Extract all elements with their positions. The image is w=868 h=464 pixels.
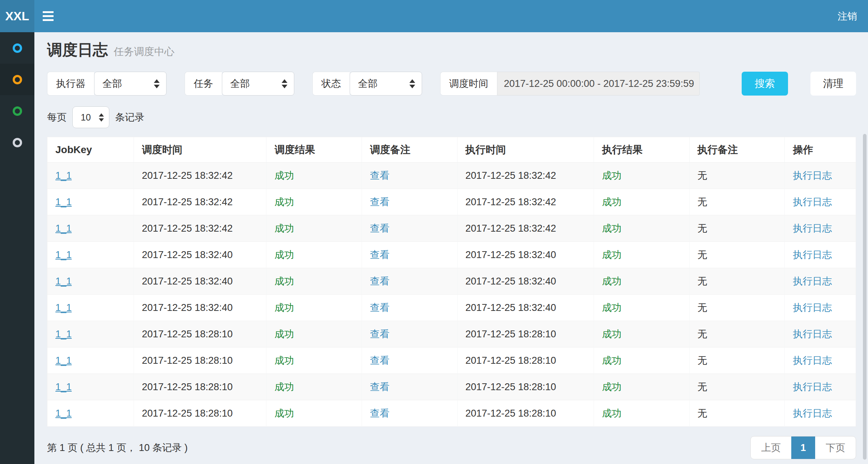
executor-filter-select[interactable]: 全部 [94, 72, 167, 96]
cell-handle-time: 2017-12-25 18:28:10 [457, 400, 594, 427]
cell-handle-msg: 无 [689, 215, 785, 242]
dispatch-log-table: JobKey 调度时间 调度结果 调度备注 执行时间 执行结果 执行备注 操作 … [47, 137, 856, 427]
sidebar-item-menu-1[interactable] [0, 32, 34, 64]
cell-action: 执行日志 [785, 347, 856, 374]
view-trigger-msg-link[interactable]: 查看 [370, 170, 389, 181]
view-trigger-msg-link[interactable]: 查看 [370, 276, 389, 287]
jobkey-link[interactable]: 1_1 [55, 408, 72, 419]
cell-trigger-time: 2017-12-25 18:28:10 [134, 400, 266, 427]
trigger-result-text: 成功 [274, 170, 294, 181]
cell-action: 执行日志 [785, 374, 856, 400]
trigger-result-text: 成功 [274, 197, 294, 207]
jobkey-link[interactable]: 1_1 [55, 276, 72, 287]
jobkey-link[interactable]: 1_1 [55, 170, 72, 181]
handle-result-text: 成功 [602, 381, 621, 392]
pagination-control: 上页 1 下页 [750, 436, 856, 459]
logout-link[interactable]: 注销 [827, 0, 868, 32]
execution-log-link[interactable]: 执行日志 [793, 197, 832, 207]
search-button[interactable]: 搜索 [742, 72, 788, 96]
cell-jobkey: 1_1 [47, 215, 134, 242]
trigger-time-filter-label: 调度时间 [440, 72, 497, 96]
table-row: 1_1 2017-12-25 18:32:42 成功 查看 2017-12-25… [47, 163, 856, 189]
executor-filter-label: 执行器 [47, 72, 94, 96]
cell-trigger-msg: 查看 [362, 215, 458, 242]
cell-trigger-msg: 查看 [362, 295, 458, 321]
view-trigger-msg-link[interactable]: 查看 [370, 329, 389, 339]
page-size-suffix-label: 条记录 [115, 111, 144, 124]
page-size-select[interactable]: 10 [72, 106, 109, 128]
jobkey-link[interactable]: 1_1 [55, 381, 72, 392]
execution-log-link[interactable]: 执行日志 [793, 355, 832, 366]
view-trigger-msg-link[interactable]: 查看 [370, 249, 389, 260]
handle-result-text: 成功 [602, 302, 621, 313]
jobkey-link[interactable]: 1_1 [55, 302, 72, 313]
handle-result-text: 成功 [602, 276, 621, 287]
trigger-time-filter-group: 调度时间 2017-12-25 00:00:00 - 2017-12-25 23… [440, 72, 700, 96]
table-row: 1_1 2017-12-25 18:28:10 成功 查看 2017-12-25… [47, 347, 856, 374]
job-filter-select[interactable]: 全部 [222, 72, 294, 96]
cell-handle-result: 成功 [594, 189, 690, 215]
jobkey-link[interactable]: 1_1 [55, 249, 72, 260]
sidebar-item-menu-2[interactable] [0, 64, 34, 95]
cell-handle-time: 2017-12-25 18:32:42 [457, 163, 594, 189]
execution-log-link[interactable]: 执行日志 [793, 408, 832, 419]
col-jobkey: JobKey [47, 137, 134, 163]
jobkey-link[interactable]: 1_1 [55, 355, 72, 366]
cell-jobkey: 1_1 [47, 374, 134, 400]
top-navbar: XXL 注销 [0, 0, 868, 32]
cell-action: 执行日志 [785, 400, 856, 427]
cell-action: 执行日志 [785, 189, 856, 215]
execution-log-link[interactable]: 执行日志 [793, 302, 832, 313]
status-filter-label: 状态 [312, 72, 350, 96]
cell-handle-time: 2017-12-25 18:32:40 [457, 268, 594, 295]
page-size-row: 每页 10 条记录 [47, 106, 856, 128]
sidebar-item-menu-3[interactable] [0, 95, 34, 127]
circle-o-icon [13, 106, 22, 116]
execution-log-link[interactable]: 执行日志 [793, 329, 832, 339]
job-filter-group: 任务 全部 [185, 72, 294, 96]
cell-handle-msg: 无 [689, 374, 785, 400]
cell-handle-result: 成功 [594, 163, 690, 189]
job-filter-label: 任务 [185, 72, 222, 96]
sidebar-nav [0, 32, 34, 464]
cell-handle-time: 2017-12-25 18:32:40 [457, 242, 594, 268]
prev-page-button[interactable]: 上页 [751, 436, 791, 459]
status-filter-select[interactable]: 全部 [350, 72, 422, 96]
cell-trigger-result: 成功 [266, 189, 362, 215]
table-header-row: JobKey 调度时间 调度结果 调度备注 执行时间 执行结果 执行备注 操作 [47, 137, 856, 163]
cell-jobkey: 1_1 [47, 400, 134, 427]
cell-jobkey: 1_1 [47, 295, 134, 321]
execution-log-link[interactable]: 执行日志 [793, 381, 832, 392]
trigger-time-range-input[interactable]: 2017-12-25 00:00:00 - 2017-12-25 23:59:5… [497, 72, 700, 96]
page-title: 调度日志 [47, 42, 108, 58]
execution-log-link[interactable]: 执行日志 [793, 276, 832, 287]
current-page-button[interactable]: 1 [791, 436, 815, 459]
sidebar-toggle-button[interactable] [34, 0, 62, 32]
cell-handle-msg: 无 [689, 347, 785, 374]
cell-trigger-time: 2017-12-25 18:28:10 [134, 321, 266, 347]
scrollbar-thumb[interactable] [863, 134, 867, 460]
view-trigger-msg-link[interactable]: 查看 [370, 302, 389, 313]
clear-log-button[interactable]: 清理 [810, 72, 856, 96]
page-subtitle: 任务调度中心 [114, 45, 174, 59]
view-trigger-msg-link[interactable]: 查看 [370, 408, 389, 419]
cell-handle-time: 2017-12-25 18:28:10 [457, 347, 594, 374]
sidebar-item-menu-4[interactable] [0, 127, 34, 158]
jobkey-link[interactable]: 1_1 [55, 197, 72, 207]
table-row: 1_1 2017-12-25 18:32:40 成功 查看 2017-12-25… [47, 295, 856, 321]
execution-log-link[interactable]: 执行日志 [793, 223, 832, 234]
next-page-button[interactable]: 下页 [815, 436, 856, 459]
execution-log-link[interactable]: 执行日志 [793, 170, 832, 181]
cell-action: 执行日志 [785, 163, 856, 189]
view-trigger-msg-link[interactable]: 查看 [370, 355, 389, 366]
view-trigger-msg-link[interactable]: 查看 [370, 223, 389, 234]
view-trigger-msg-link[interactable]: 查看 [370, 381, 389, 392]
execution-log-link[interactable]: 执行日志 [793, 249, 832, 260]
table-body: 1_1 2017-12-25 18:32:42 成功 查看 2017-12-25… [47, 163, 856, 427]
jobkey-link[interactable]: 1_1 [55, 223, 72, 234]
app-logo[interactable]: XXL [0, 0, 34, 32]
cell-trigger-result: 成功 [266, 347, 362, 374]
jobkey-link[interactable]: 1_1 [55, 329, 72, 339]
status-filter-group: 状态 全部 [312, 72, 422, 96]
view-trigger-msg-link[interactable]: 查看 [370, 197, 389, 207]
